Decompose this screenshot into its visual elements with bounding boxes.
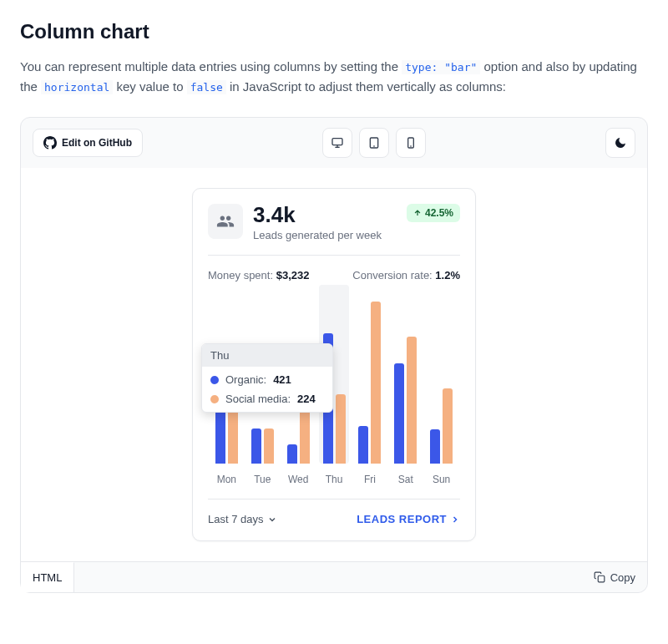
bar-organic[interactable] (430, 429, 440, 464)
conversion-value: 1.2% (435, 269, 460, 281)
arrow-up-icon (413, 209, 422, 217)
bar-organic[interactable] (394, 363, 404, 464)
mobile-preview-button[interactable] (396, 128, 426, 158)
tablet-preview-button[interactable] (359, 128, 389, 158)
x-axis-label: Wed (283, 474, 314, 485)
bar-social-media[interactable] (336, 394, 346, 464)
stats-row: Money spent: $3,232 Conversion rate: 1.2… (208, 269, 460, 281)
page-title: Column chart (20, 20, 648, 43)
tooltip-label-organic: Organic: (225, 373, 266, 386)
desc-text-4: in JavaScript to adjust them vertically … (230, 79, 506, 94)
moon-icon (614, 136, 627, 150)
tooltip-value-organic: 421 (273, 373, 291, 386)
money-spent-value: $3,232 (276, 269, 310, 281)
tooltip-value-social: 224 (297, 393, 316, 405)
column-chart: MonTueWedThuFriSatSun Thu Organic: 421 S… (208, 293, 460, 485)
code-tabs: HTML Copy (21, 561, 647, 592)
bar-social-media[interactable] (371, 302, 381, 464)
copy-icon (594, 571, 605, 583)
tooltip-title: Thu (202, 344, 332, 367)
divider (208, 255, 460, 256)
tooltip-label-social: Social media: (225, 393, 291, 405)
leads-subtitle: Leads generated per week (253, 229, 382, 241)
bar-social-media[interactable] (407, 337, 417, 464)
panel-toolbar: Edit on GitHub (21, 118, 647, 168)
report-link-label: LEADS REPORT (357, 513, 447, 525)
github-icon (43, 136, 57, 150)
growth-value: 42.5% (425, 207, 453, 219)
preview-stage: 3.4k Leads generated per week 42.5% Mone… (21, 168, 647, 561)
x-axis-label: Tue (247, 474, 278, 485)
divider (208, 499, 460, 499)
x-axis-label: Mon (211, 474, 242, 485)
chevron-right-icon (450, 515, 460, 525)
tab-html[interactable]: HTML (21, 562, 74, 592)
bar-organic[interactable] (251, 428, 261, 464)
bar-organic[interactable] (287, 444, 297, 464)
mobile-icon (404, 136, 418, 150)
desktop-icon (331, 136, 344, 150)
code-snippet-type: type: "bar" (402, 60, 480, 74)
tablet-icon (367, 136, 381, 150)
copy-label: Copy (610, 571, 635, 584)
money-spent-label: Money spent: (208, 269, 273, 281)
tooltip-dot-social (210, 395, 219, 403)
x-axis-label: Sun (426, 474, 457, 485)
code-snippet-horizontal: horizontal (41, 80, 113, 94)
tooltip-dot-organic (210, 376, 219, 384)
growth-badge: 42.5% (407, 204, 460, 222)
dark-mode-toggle[interactable] (605, 128, 635, 158)
date-range-label: Last 7 days (208, 513, 264, 525)
bar-group[interactable] (355, 293, 386, 464)
date-range-dropdown[interactable]: Last 7 days (208, 513, 277, 525)
x-axis-label: Sat (390, 474, 421, 485)
page-description: You can represent multiple data entries … (20, 57, 648, 97)
leads-report-link[interactable]: LEADS REPORT (357, 513, 460, 525)
chevron-down-icon (267, 515, 277, 525)
desktop-preview-button[interactable] (322, 128, 352, 158)
users-icon (208, 204, 243, 239)
bar-group[interactable] (390, 293, 421, 464)
code-snippet-false: false (187, 80, 226, 94)
desc-text-3: key value to (116, 79, 186, 94)
copy-button[interactable]: Copy (582, 563, 647, 592)
leads-total: 3.4k (253, 204, 382, 226)
device-preview-group (322, 128, 426, 158)
edit-on-github-label: Edit on GitHub (62, 137, 132, 149)
conversion-label: Conversion rate: (352, 269, 432, 281)
example-panel: Edit on GitHub (20, 117, 648, 593)
bar-group[interactable] (426, 293, 457, 464)
bar-organic[interactable] (358, 426, 368, 464)
bar-social-media[interactable] (443, 388, 453, 464)
svg-rect-7 (598, 576, 605, 582)
desc-text-1: You can represent multiple data entries … (20, 59, 402, 74)
svg-rect-0 (332, 139, 342, 145)
edit-on-github-button[interactable]: Edit on GitHub (33, 129, 143, 157)
leads-card: 3.4k Leads generated per week 42.5% Mone… (192, 188, 476, 541)
x-axis-label: Thu (319, 474, 350, 485)
chart-tooltip: Thu Organic: 421 Social media: 224 (201, 343, 333, 413)
x-axis-label: Fri (355, 474, 386, 485)
bar-social-media[interactable] (264, 428, 274, 464)
